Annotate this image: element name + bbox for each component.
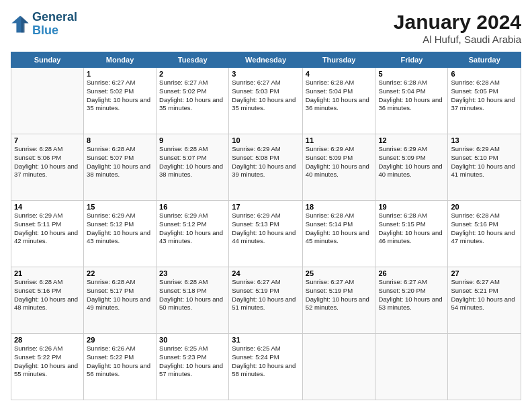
calendar-cell: 4Sunrise: 6:28 AMSunset: 5:04 PMDaylight… [302, 68, 375, 134]
day-number: 19 [378, 203, 445, 211]
day-number: 20 [451, 203, 518, 211]
calendar-cell: 11Sunrise: 6:29 AMSunset: 5:09 PMDayligh… [302, 134, 375, 201]
month-title: January 2024 [394, 11, 521, 34]
col-saturday: Saturday [448, 52, 521, 68]
calendar-cell: 21Sunrise: 6:28 AMSunset: 5:16 PMDayligh… [11, 267, 84, 334]
calendar-cell: 29Sunrise: 6:26 AMSunset: 5:22 PMDayligh… [84, 334, 157, 400]
calendar-cell: 6Sunrise: 6:28 AMSunset: 5:05 PMDaylight… [448, 68, 521, 134]
col-thursday: Thursday [302, 52, 375, 68]
svg-marker-1 [21, 15, 28, 32]
day-info: Sunrise: 6:26 AMSunset: 5:22 PMDaylight:… [14, 345, 81, 379]
day-number: 27 [451, 269, 518, 277]
day-number: 10 [232, 136, 300, 144]
day-number: 1 [87, 70, 153, 78]
day-number: 8 [87, 136, 153, 144]
day-info: Sunrise: 6:29 AMSunset: 5:12 PMDaylight:… [87, 212, 153, 246]
day-info: Sunrise: 6:28 AMSunset: 5:04 PMDaylight:… [306, 79, 373, 113]
day-info: Sunrise: 6:27 AMSunset: 5:20 PMDaylight:… [378, 278, 445, 312]
calendar-table: Sunday Monday Tuesday Wednesday Thursday… [11, 52, 521, 400]
calendar-cell [375, 334, 448, 400]
calendar-week-row: 7Sunrise: 6:28 AMSunset: 5:06 PMDaylight… [11, 134, 521, 201]
day-info: Sunrise: 6:28 AMSunset: 5:04 PMDaylight:… [378, 79, 445, 113]
day-info: Sunrise: 6:27 AMSunset: 5:19 PMDaylight:… [232, 278, 300, 312]
day-number: 21 [14, 269, 81, 277]
day-info: Sunrise: 6:25 AMSunset: 5:23 PMDaylight:… [159, 345, 226, 379]
day-number: 5 [378, 70, 445, 78]
day-info: Sunrise: 6:28 AMSunset: 5:07 PMDaylight:… [159, 145, 226, 179]
day-info: Sunrise: 6:29 AMSunset: 5:13 PMDaylight:… [232, 212, 300, 246]
calendar-cell [448, 334, 521, 400]
day-info: Sunrise: 6:28 AMSunset: 5:17 PMDaylight:… [87, 278, 153, 312]
day-number: 14 [14, 203, 81, 211]
logo-line1: General [32, 11, 77, 24]
day-info: Sunrise: 6:28 AMSunset: 5:05 PMDaylight:… [451, 79, 518, 113]
day-info: Sunrise: 6:28 AMSunset: 5:16 PMDaylight:… [14, 278, 81, 312]
col-tuesday: Tuesday [157, 52, 229, 68]
calendar-cell: 14Sunrise: 6:29 AMSunset: 5:11 PMDayligh… [11, 201, 84, 267]
col-friday: Friday [375, 52, 448, 68]
day-number: 30 [159, 336, 226, 344]
day-number: 28 [14, 336, 81, 344]
day-info: Sunrise: 6:28 AMSunset: 5:15 PMDaylight:… [378, 212, 445, 246]
day-info: Sunrise: 6:29 AMSunset: 5:11 PMDaylight:… [14, 212, 81, 246]
logo: General Blue [11, 11, 77, 38]
day-info: Sunrise: 6:29 AMSunset: 5:09 PMDaylight:… [378, 145, 445, 179]
calendar-cell: 2Sunrise: 6:27 AMSunset: 5:02 PMDaylight… [157, 68, 229, 134]
day-number: 24 [232, 269, 300, 277]
calendar-week-row: 28Sunrise: 6:26 AMSunset: 5:22 PMDayligh… [11, 334, 521, 400]
title-section: January 2024 Al Hufuf, Saudi Arabia [394, 11, 521, 45]
day-number: 11 [306, 136, 373, 144]
logo-text: General Blue [32, 11, 77, 38]
calendar-cell: 15Sunrise: 6:29 AMSunset: 5:12 PMDayligh… [84, 201, 157, 267]
logo-line2: Blue [32, 24, 77, 38]
day-info: Sunrise: 6:29 AMSunset: 5:09 PMDaylight:… [306, 145, 373, 179]
calendar-cell: 18Sunrise: 6:28 AMSunset: 5:14 PMDayligh… [302, 201, 375, 267]
calendar-cell: 12Sunrise: 6:29 AMSunset: 5:09 PMDayligh… [375, 134, 448, 201]
day-number: 22 [87, 269, 153, 277]
calendar-cell: 9Sunrise: 6:28 AMSunset: 5:07 PMDaylight… [157, 134, 229, 201]
calendar-week-row: 14Sunrise: 6:29 AMSunset: 5:11 PMDayligh… [11, 201, 521, 267]
day-number: 2 [159, 70, 226, 78]
col-wednesday: Wednesday [229, 52, 303, 68]
calendar-cell: 30Sunrise: 6:25 AMSunset: 5:23 PMDayligh… [157, 334, 229, 400]
day-info: Sunrise: 6:27 AMSunset: 5:21 PMDaylight:… [451, 278, 518, 312]
calendar-cell: 17Sunrise: 6:29 AMSunset: 5:13 PMDayligh… [229, 201, 303, 267]
day-number: 29 [87, 336, 153, 344]
svg-marker-0 [11, 15, 28, 32]
page: General Blue January 2024 Al Hufuf, Saud… [0, 0, 532, 411]
calendar-week-row: 1Sunrise: 6:27 AMSunset: 5:02 PMDaylight… [11, 68, 521, 134]
day-info: Sunrise: 6:28 AMSunset: 5:07 PMDaylight:… [87, 145, 153, 179]
day-info: Sunrise: 6:29 AMSunset: 5:12 PMDaylight:… [159, 212, 226, 246]
calendar-cell: 3Sunrise: 6:27 AMSunset: 5:03 PMDaylight… [229, 68, 303, 134]
calendar-week-row: 21Sunrise: 6:28 AMSunset: 5:16 PMDayligh… [11, 267, 521, 334]
calendar-cell: 28Sunrise: 6:26 AMSunset: 5:22 PMDayligh… [11, 334, 84, 400]
day-info: Sunrise: 6:28 AMSunset: 5:06 PMDaylight:… [14, 145, 81, 179]
day-info: Sunrise: 6:25 AMSunset: 5:24 PMDaylight:… [232, 345, 300, 379]
calendar-cell: 1Sunrise: 6:27 AMSunset: 5:02 PMDaylight… [84, 68, 157, 134]
calendar-cell: 5Sunrise: 6:28 AMSunset: 5:04 PMDaylight… [375, 68, 448, 134]
day-number: 25 [306, 269, 373, 277]
day-number: 23 [159, 269, 226, 277]
day-info: Sunrise: 6:27 AMSunset: 5:02 PMDaylight:… [87, 79, 153, 113]
day-number: 3 [232, 70, 300, 78]
day-info: Sunrise: 6:27 AMSunset: 5:19 PMDaylight:… [306, 278, 373, 312]
day-number: 6 [451, 70, 518, 78]
calendar-cell [302, 334, 375, 400]
day-number: 18 [306, 203, 373, 211]
day-number: 9 [159, 136, 226, 144]
day-number: 16 [159, 203, 226, 211]
day-info: Sunrise: 6:28 AMSunset: 5:18 PMDaylight:… [159, 278, 226, 312]
calendar-cell: 22Sunrise: 6:28 AMSunset: 5:17 PMDayligh… [84, 267, 157, 334]
calendar-cell [11, 68, 84, 134]
calendar-cell: 26Sunrise: 6:27 AMSunset: 5:20 PMDayligh… [375, 267, 448, 334]
day-info: Sunrise: 6:28 AMSunset: 5:14 PMDaylight:… [306, 212, 373, 246]
calendar-cell: 13Sunrise: 6:29 AMSunset: 5:10 PMDayligh… [448, 134, 521, 201]
day-info: Sunrise: 6:29 AMSunset: 5:08 PMDaylight:… [232, 145, 300, 179]
calendar-cell: 19Sunrise: 6:28 AMSunset: 5:15 PMDayligh… [375, 201, 448, 267]
calendar-header-row: Sunday Monday Tuesday Wednesday Thursday… [11, 52, 521, 68]
day-number: 7 [14, 136, 81, 144]
calendar-cell: 24Sunrise: 6:27 AMSunset: 5:19 PMDayligh… [229, 267, 303, 334]
calendar-cell: 10Sunrise: 6:29 AMSunset: 5:08 PMDayligh… [229, 134, 303, 201]
calendar-cell: 8Sunrise: 6:28 AMSunset: 5:07 PMDaylight… [84, 134, 157, 201]
day-info: Sunrise: 6:27 AMSunset: 5:02 PMDaylight:… [159, 79, 226, 113]
